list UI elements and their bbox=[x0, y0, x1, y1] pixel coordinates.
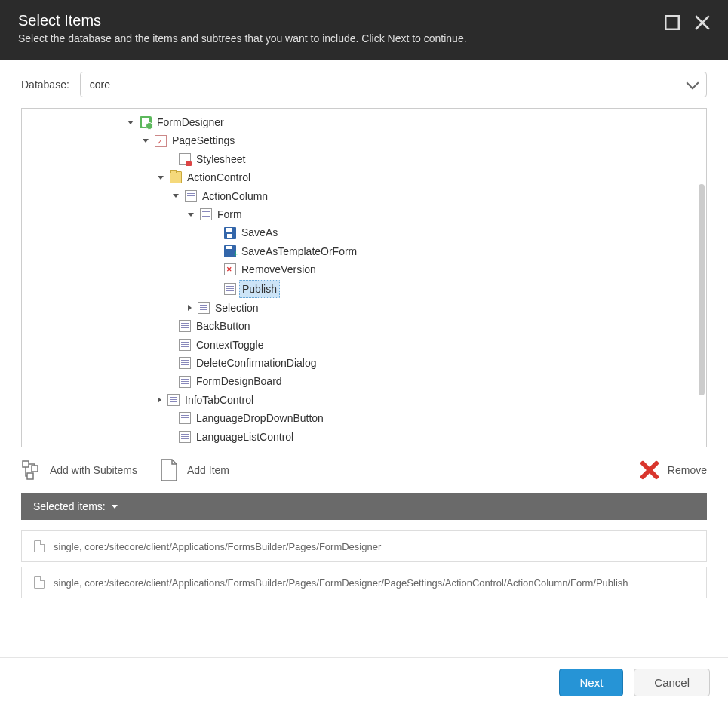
maximize-icon[interactable] bbox=[665, 15, 680, 30]
stylesheet-icon bbox=[179, 153, 191, 165]
tree-node-actioncolumn[interactable]: ActionColumn bbox=[97, 187, 706, 205]
database-select[interactable]: core bbox=[80, 72, 707, 97]
document-icon bbox=[198, 302, 210, 314]
add-item-button[interactable]: Add Item bbox=[158, 460, 229, 481]
tree-panel[interactable]: FormDesigner PageSettings Stylesheet Act… bbox=[21, 108, 707, 447]
selected-items-header[interactable]: Selected items: bbox=[21, 493, 707, 520]
form-icon bbox=[140, 116, 152, 128]
tree-node-formdesigner[interactable]: FormDesigner bbox=[97, 113, 706, 131]
document-icon bbox=[179, 412, 191, 424]
expand-toggle-icon[interactable] bbox=[127, 121, 134, 124]
selected-item-row[interactable]: single, core:/sitecore/client/Applicatio… bbox=[21, 530, 707, 562]
tree-node-langlist[interactable]: LanguageListControl bbox=[97, 428, 706, 446]
tree-node-actioncontrol[interactable]: ActionControl bbox=[97, 168, 706, 186]
document-icon bbox=[179, 320, 191, 332]
page-settings-icon bbox=[155, 135, 167, 147]
chevron-down-icon bbox=[112, 505, 118, 509]
remove-version-icon bbox=[224, 263, 236, 275]
svg-rect-3 bbox=[23, 461, 29, 467]
document-icon bbox=[179, 376, 191, 388]
svg-rect-0 bbox=[665, 16, 679, 29]
tree-node-deleteconfirm[interactable]: DeleteConfirmationDialog bbox=[97, 354, 706, 372]
tree-node-selection[interactable]: Selection bbox=[97, 299, 706, 317]
document-icon bbox=[167, 394, 180, 406]
close-icon[interactable] bbox=[695, 15, 710, 30]
dialog-title: Select Items bbox=[18, 12, 467, 29]
dialog-header: Select Items Select the database and the… bbox=[0, 0, 728, 60]
dialog-footer: Next Cancel bbox=[0, 657, 728, 707]
svg-rect-4 bbox=[32, 466, 38, 472]
file-icon bbox=[34, 576, 45, 589]
tree-node-form[interactable]: Form bbox=[97, 205, 706, 223]
collapse-toggle-icon[interactable] bbox=[188, 305, 192, 311]
document-icon bbox=[185, 190, 197, 202]
scrollbar-thumb[interactable] bbox=[699, 184, 705, 395]
tree-node-saveastemplate[interactable]: SaveAsTemplateOrForm bbox=[97, 242, 706, 260]
tree-node-publish[interactable]: Publish bbox=[97, 279, 706, 299]
folder-icon bbox=[170, 171, 182, 183]
file-icon bbox=[158, 460, 180, 481]
tree-node-contexttoggle[interactable]: ContextToggle bbox=[97, 336, 706, 354]
save-icon bbox=[224, 227, 236, 239]
selected-item-row[interactable]: single, core:/sitecore/client/Applicatio… bbox=[21, 567, 707, 598]
document-icon bbox=[179, 339, 191, 351]
select-items-dialog: Select Items Select the database and the… bbox=[0, 0, 728, 707]
tree-node-stylesheet[interactable]: Stylesheet bbox=[97, 150, 706, 168]
tree-node-backbutton[interactable]: BackButton bbox=[97, 317, 706, 335]
remove-button[interactable]: Remove bbox=[639, 460, 707, 481]
chevron-down-icon bbox=[687, 77, 699, 90]
remove-icon bbox=[639, 460, 660, 481]
dialog-subtitle: Select the database and the items and su… bbox=[18, 32, 467, 45]
collapse-toggle-icon[interactable] bbox=[158, 397, 161, 403]
file-icon bbox=[34, 540, 45, 552]
document-icon bbox=[179, 357, 191, 369]
cancel-button[interactable]: Cancel bbox=[634, 669, 710, 696]
database-label: Database: bbox=[21, 78, 69, 91]
database-value: core bbox=[90, 78, 110, 91]
document-icon bbox=[200, 208, 212, 220]
tree-node-langdropdown[interactable]: LanguageDropDownButton bbox=[97, 409, 706, 427]
tree-node-formdesignboard[interactable]: FormDesignBoard bbox=[97, 372, 706, 390]
add-with-subitems-button[interactable]: Add with Subitems bbox=[21, 460, 137, 481]
expand-toggle-icon[interactable] bbox=[173, 194, 179, 198]
tree-node-loaderr[interactable]: LoadFormErrorMessage bbox=[97, 446, 706, 447]
svg-rect-5 bbox=[27, 473, 33, 479]
expand-toggle-icon[interactable] bbox=[188, 213, 194, 217]
document-icon bbox=[224, 283, 236, 295]
tree-node-pagesettings[interactable]: PageSettings bbox=[97, 131, 706, 149]
next-button[interactable]: Next bbox=[559, 669, 623, 696]
document-icon bbox=[179, 431, 191, 443]
tree-node-removeversion[interactable]: RemoveVersion bbox=[97, 260, 706, 278]
subitems-icon bbox=[21, 460, 42, 481]
expand-toggle-icon[interactable] bbox=[143, 139, 149, 143]
tree-node-saveas[interactable]: SaveAs bbox=[97, 223, 706, 241]
save-as-icon bbox=[224, 245, 236, 257]
tree-node-infotab[interactable]: InfoTabControl bbox=[97, 391, 706, 409]
expand-toggle-icon[interactable] bbox=[158, 176, 164, 180]
